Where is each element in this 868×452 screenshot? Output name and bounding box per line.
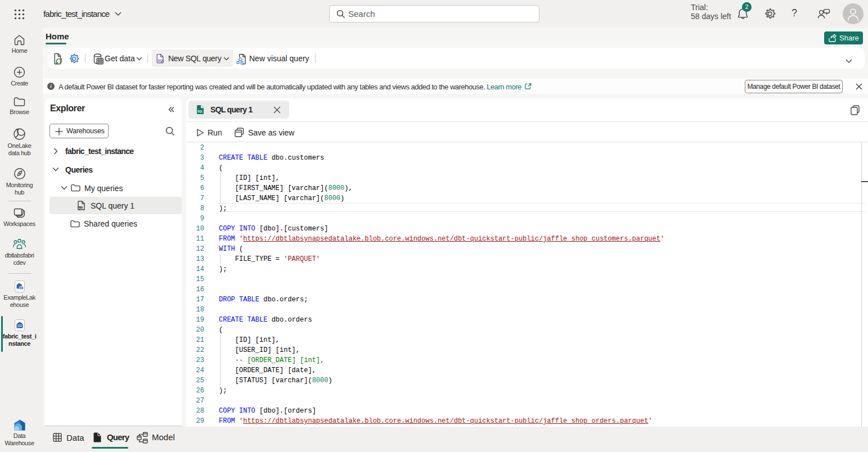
svg-text:SQL: SQL [158, 59, 165, 62]
svg-text:SQL: SQL [78, 207, 83, 210]
svg-text:SQL: SQL [197, 110, 203, 113]
